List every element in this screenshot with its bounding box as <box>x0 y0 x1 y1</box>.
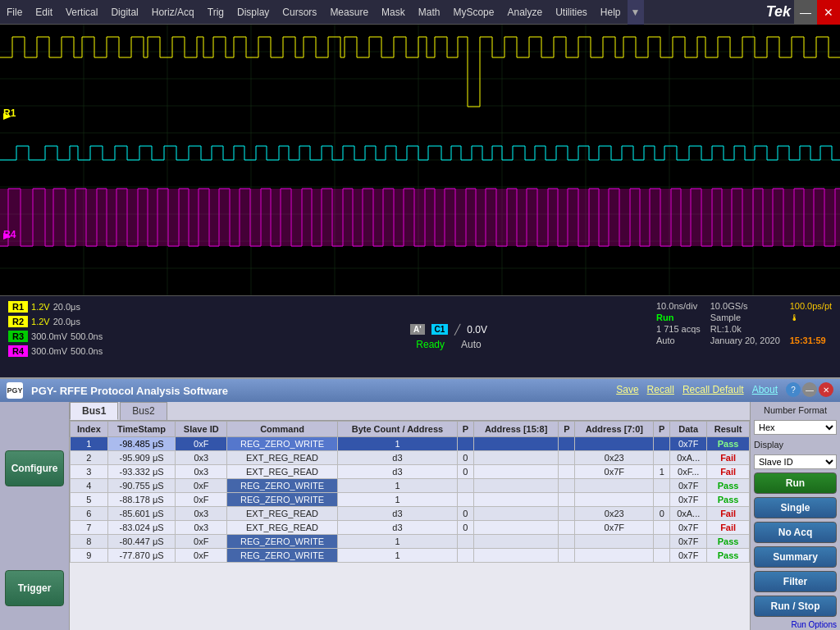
trigger-button[interactable]: Trigger <box>5 570 64 606</box>
cell-result: Fail <box>707 521 750 535</box>
channel-status: R1 1.2V 20.0μs R2 1.2V 20.0μs R3 300.0mV… <box>0 296 246 377</box>
col-index: Index <box>71 422 108 437</box>
cell-addr-high <box>473 437 559 451</box>
tab-bus2[interactable]: Bus2 <box>120 402 167 420</box>
cell-data: 0xA... <box>670 507 707 521</box>
waveform-svg: R1 R4 <box>0 25 840 295</box>
cell-result: Fail <box>707 465 750 479</box>
recall-default-link[interactable]: Recall Default <box>682 384 744 395</box>
cell-result: Pass <box>707 479 750 493</box>
cell-timestamp: -95.909 μS <box>107 451 176 465</box>
menu-edit[interactable]: Edit <box>29 3 59 21</box>
time-settings: 10.0ns/div 10.0GS/s 100.0ps/pt Run Sampl… <box>651 296 840 377</box>
panel-win-controls: ? — ✕ <box>786 382 833 397</box>
trigger-box: A' C1 ╱ 0.0V <box>410 324 487 336</box>
run-options-button[interactable]: Run Options <box>754 620 837 629</box>
cell-p1 <box>457 479 473 493</box>
data-table[interactable]: Index TimeStamp Slave ID Command Byte Co… <box>70 421 750 630</box>
panel-help-button[interactable]: ? <box>786 382 801 397</box>
run-button[interactable]: Run <box>754 472 837 494</box>
menu-dropdown[interactable]: ▼ <box>628 0 644 25</box>
table-row[interactable]: 1 -98.485 μS 0xF REG_ZERO_WRITE 1 0x7F P… <box>71 437 750 451</box>
single-button[interactable]: Single <box>754 497 837 518</box>
menu-measure[interactable]: Measure <box>323 3 375 21</box>
table-row[interactable]: 3 -93.332 μS 0x3 EXT_REG_READ d3 0 0x7F … <box>71 465 750 479</box>
time-div: 10.0ns/div <box>656 301 704 311</box>
cell-command: EXT_REG_READ <box>227 507 338 521</box>
menu-utilities[interactable]: Utilities <box>549 3 594 21</box>
no-acq-button[interactable]: No Acq <box>754 522 837 543</box>
protocol-panel: PGY PGY- RFFE Protocol Analysis Software… <box>0 377 840 630</box>
col-p2: P <box>559 422 575 437</box>
menu-math[interactable]: Math <box>412 3 447 21</box>
bus-tabs: Bus1 Bus2 <box>70 402 750 421</box>
menu-display[interactable]: Display <box>231 3 276 21</box>
menu-vertical[interactable]: Vertical <box>59 3 104 21</box>
tab-bus1[interactable]: Bus1 <box>70 402 118 420</box>
table-row[interactable]: 2 -95.909 μS 0x3 EXT_REG_READ d3 0 0x23 … <box>71 451 750 465</box>
cell-byte-count: d3 <box>337 451 457 465</box>
ps-pt: 100.0ps/pt <box>790 301 835 311</box>
panel-close-button[interactable]: ✕ <box>819 382 833 397</box>
menu-myscope[interactable]: MyScope <box>446 3 500 21</box>
menu-cursors[interactable]: Cursors <box>276 3 323 21</box>
menu-horiz-acq[interactable]: Horiz/Acq <box>145 3 201 21</box>
cell-command: REG_ZERO_WRITE <box>227 535 338 549</box>
filter-button[interactable]: Filter <box>754 571 837 592</box>
table-row[interactable]: 6 -85.601 μS 0x3 EXT_REG_READ d3 0 0x23 … <box>71 507 750 521</box>
table-body: 1 -98.485 μS 0xF REG_ZERO_WRITE 1 0x7F P… <box>71 437 750 563</box>
cell-addr-low: 0x7F <box>575 465 654 479</box>
summary-button[interactable]: Summary <box>754 546 837 568</box>
menu-file[interactable]: File <box>0 3 29 21</box>
cell-slave-id: 0x3 <box>176 521 227 535</box>
close-button[interactable]: ✕ <box>817 0 840 25</box>
number-format-select[interactable]: Hex Decimal Binary <box>754 420 837 435</box>
cell-addr-low: 0x23 <box>575 451 654 465</box>
badge-a: A' <box>410 324 425 335</box>
menu-digital[interactable]: Digital <box>104 3 144 21</box>
menu-mask[interactable]: Mask <box>375 3 412 21</box>
configure-button[interactable]: Configure <box>5 450 64 486</box>
cell-addr-high <box>473 521 559 535</box>
main-table-area: Bus1 Bus2 Index TimeStamp Slave ID Comma… <box>70 402 750 630</box>
about-link[interactable]: About <box>752 384 778 395</box>
trigger-mode: Auto <box>461 339 482 350</box>
menu-analyze[interactable]: Analyze <box>500 3 549 21</box>
cell-addr-high <box>473 451 559 465</box>
status-bar: R1 1.2V 20.0μs R2 1.2V 20.0μs R3 300.0mV… <box>0 295 840 377</box>
cell-command: REG_ZERO_WRITE <box>227 549 338 563</box>
run-stop-button[interactable]: Run / Stop <box>754 596 837 617</box>
save-link[interactable]: Save <box>616 384 638 395</box>
cell-index: 2 <box>71 451 108 465</box>
table-row[interactable]: 7 -83.024 μS 0x3 EXT_REG_READ d3 0 0x7F … <box>71 521 750 535</box>
protocol-title-bar: PGY PGY- RFFE Protocol Analysis Software… <box>0 379 840 402</box>
display-label: Display <box>754 440 837 450</box>
cell-slave-id: 0x3 <box>176 465 227 479</box>
ch-r3-voltage: 300.0mV <box>31 331 67 341</box>
cell-data: 0x7F <box>670 437 707 451</box>
panel-minimize-button[interactable]: — <box>802 382 817 397</box>
cell-result: Pass <box>707 535 750 549</box>
cell-data: 0xF... <box>670 465 707 479</box>
menu-help[interactable]: Help <box>594 3 628 21</box>
trigger-status: A' C1 ╱ 0.0V Ready Auto <box>246 296 651 377</box>
minimize-button[interactable]: — <box>794 0 817 25</box>
cell-slave-id: 0xF <box>176 493 227 507</box>
ch-r3-time: 500.0ns <box>71 331 103 341</box>
cell-timestamp: -88.178 μS <box>107 493 176 507</box>
cell-p1: 0 <box>457 521 473 535</box>
cell-addr-low <box>575 437 654 451</box>
display-select[interactable]: Slave ID Command <box>754 454 837 469</box>
cell-p2 <box>559 493 575 507</box>
cell-p1: 0 <box>457 507 473 521</box>
cell-result: Fail <box>707 451 750 465</box>
table-row[interactable]: 5 -88.178 μS 0xF REG_ZERO_WRITE 1 0x7F P… <box>71 493 750 507</box>
table-row[interactable]: 9 -77.870 μS 0xF REG_ZERO_WRITE 1 0x7F P… <box>71 549 750 563</box>
cell-command: REG_ZERO_WRITE <box>227 493 338 507</box>
recall-link[interactable]: Recall <box>647 384 674 395</box>
table-row[interactable]: 4 -90.755 μS 0xF REG_ZERO_WRITE 1 0x7F P… <box>71 479 750 493</box>
menu-trig[interactable]: Trig <box>201 3 231 21</box>
cell-addr-high <box>473 465 559 479</box>
tek-logo: Tek <box>766 3 791 21</box>
table-row[interactable]: 8 -80.447 μS 0xF REG_ZERO_WRITE 1 0x7F P… <box>71 535 750 549</box>
